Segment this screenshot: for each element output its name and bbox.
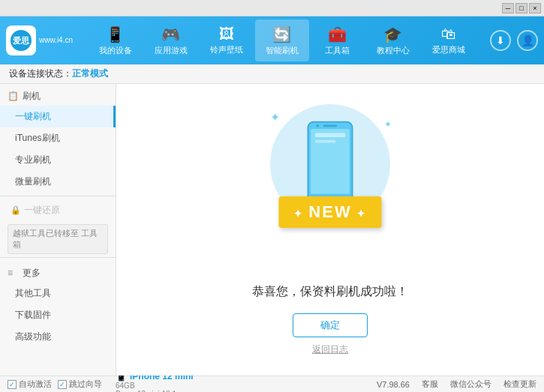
sidebar-section-flash: 📋 刷机 — [0, 84, 116, 106]
user-button[interactable]: 👤 — [517, 30, 538, 51]
tutorial-label: 教程中心 — [377, 45, 410, 56]
more-section-icon: ≡ — [8, 268, 20, 280]
sidebar: 📋 刷机 一键刷机 iTunes刷机 专业刷机 微量刷机 🔒 一键还原 越狱工具… — [0, 84, 116, 376]
customer-service-link[interactable]: 客服 — [422, 379, 438, 390]
toolbox-icon: 🧰 — [328, 25, 347, 43]
hero-illustration: ✦ ✦ NEW — [255, 104, 405, 269]
auto-connect-label: 自动激活 — [19, 379, 52, 390]
svg-rect-8 — [315, 139, 336, 142]
new-badge: NEW — [278, 196, 381, 228]
status-bar: 设备连接状态： 正常模式 — [0, 64, 544, 84]
my-device-label: 我的设备 — [99, 45, 132, 56]
more-section-label: 更多 — [23, 267, 41, 280]
sidebar-grayed-restore: 🔒 一键还原 — [0, 199, 116, 221]
main-layout: 📋 刷机 一键刷机 iTunes刷机 专业刷机 微量刷机 🔒 一键还原 越狱工具… — [0, 84, 544, 376]
minimize-button[interactable]: ─ — [502, 3, 514, 13]
bottom-right: V7.98.66 客服 微信公众号 检查更新 — [377, 379, 536, 390]
device-storage: 64GB — [116, 382, 194, 390]
flash-section-icon: 📋 — [8, 91, 20, 103]
skip-wizard-checkbox-group: ✓ 跳过向导 — [58, 379, 102, 390]
svg-rect-3 — [311, 128, 350, 193]
header: 爱思 www.i4.cn 📱 我的设备 🎮 应用游戏 🖼 铃声壁纸 🔄 智能刷机… — [0, 16, 544, 64]
toolbox-label: 工具箱 — [325, 45, 350, 56]
sidebar-divider-2 — [0, 257, 116, 258]
wallpaper-icon: 🖼 — [219, 25, 234, 43]
status-value: 正常模式 — [72, 67, 108, 80]
sparkle-right-icon: ✦ — [384, 119, 392, 130]
sidebar-notice-jailbreak: 越狱工具已转移至 工具箱 — [8, 224, 108, 254]
sidebar-item-download-firmware[interactable]: 下载固件 — [0, 304, 116, 326]
svg-rect-7 — [315, 133, 346, 137]
svg-rect-5 — [323, 124, 337, 127]
logo-site: www.i4.cn — [39, 35, 73, 46]
svg-point-6 — [317, 124, 320, 127]
sidebar-item-data-flash[interactable]: 微量刷机 — [0, 171, 116, 193]
version-text: V7.98.66 — [377, 380, 410, 389]
sidebar-item-itunes-flash[interactable]: iTunes刷机 — [0, 127, 116, 149]
lock-icon: 🔒 — [11, 205, 21, 215]
nav-wallpaper[interactable]: 🖼 铃声壁纸 — [200, 19, 254, 61]
nav-items: 📱 我的设备 🎮 应用游戏 🖼 铃声壁纸 🔄 智能刷机 🧰 工具箱 🎓 教程中心… — [74, 19, 490, 61]
sidebar-divider-1 — [0, 196, 116, 196]
logo-icon: 爱思 — [6, 25, 36, 55]
store-icon: 🛍 — [441, 25, 456, 43]
content-area: ✦ ✦ NEW 恭喜您，保资料刷机成功啦！ 确定 返回日志 — [116, 84, 544, 376]
bottom-bar: ✓ 自动激活 ✓ 跳过向导 📱 iPhone 12 mini 64GB Down… — [0, 376, 544, 392]
sidebar-item-other-tools[interactable]: 其他工具 — [0, 283, 116, 304]
nav-actions: ⬇ 👤 — [490, 30, 538, 51]
nav-my-device[interactable]: 📱 我的设备 — [89, 19, 143, 61]
phone-illustration — [300, 119, 360, 209]
sidebar-item-pro-flash[interactable]: 专业刷机 — [0, 149, 116, 171]
download-button[interactable]: ⬇ — [490, 30, 511, 51]
skip-wizard-checkbox[interactable]: ✓ — [58, 380, 67, 389]
auto-connect-checkbox-group: ✓ 自动激活 — [8, 379, 52, 390]
auto-connect-checkbox[interactable]: ✓ — [8, 380, 17, 389]
sidebar-item-one-key-flash[interactable]: 一键刷机 — [0, 106, 116, 127]
sparkle-left-icon: ✦ — [270, 110, 280, 124]
logo-text: www.i4.cn — [39, 35, 73, 46]
flash-section-label: 刷机 — [23, 90, 41, 103]
store-label: 爱思商城 — [432, 44, 465, 55]
status-label: 设备连接状态： — [9, 67, 72, 80]
svg-text:爱思: 爱思 — [13, 36, 30, 45]
smart-flash-label: 智能刷机 — [266, 45, 299, 56]
title-bar: ─ □ × — [0, 0, 544, 16]
sidebar-section-more: ≡ 更多 — [0, 261, 116, 283]
nav-store[interactable]: 🛍 爱思商城 — [422, 19, 476, 61]
tutorial-icon: 🎓 — [383, 25, 402, 43]
check-update-link[interactable]: 检查更新 — [503, 379, 536, 390]
nav-smart-flash[interactable]: 🔄 智能刷机 — [255, 19, 309, 61]
skip-wizard-label: 跳过向导 — [69, 379, 102, 390]
restore-button[interactable]: □ — [515, 3, 527, 13]
smart-flash-icon: 🔄 — [272, 25, 291, 43]
my-device-icon: 📱 — [106, 25, 125, 43]
logo: 爱思 www.i4.cn — [6, 25, 74, 55]
back-link[interactable]: 返回日志 — [312, 343, 348, 356]
logo-svg: 爱思 — [9, 28, 33, 52]
apps-games-label: 应用游戏 — [155, 45, 188, 56]
wallpaper-label: 铃声壁纸 — [210, 44, 243, 55]
close-button[interactable]: × — [529, 3, 541, 13]
confirm-button[interactable]: 确定 — [293, 313, 368, 337]
device-firmware: Down-12mini-13,1 — [116, 390, 194, 393]
success-message: 恭喜您，保资料刷机成功啦！ — [252, 284, 408, 300]
nav-tutorial[interactable]: 🎓 教程中心 — [366, 19, 420, 61]
nav-apps-games[interactable]: 🎮 应用游戏 — [144, 19, 198, 61]
wechat-link[interactable]: 微信公众号 — [450, 379, 491, 390]
nav-toolbox[interactable]: 🧰 工具箱 — [311, 19, 365, 61]
apps-games-icon: 🎮 — [161, 25, 180, 43]
sidebar-item-advanced[interactable]: 高级功能 — [0, 326, 116, 348]
